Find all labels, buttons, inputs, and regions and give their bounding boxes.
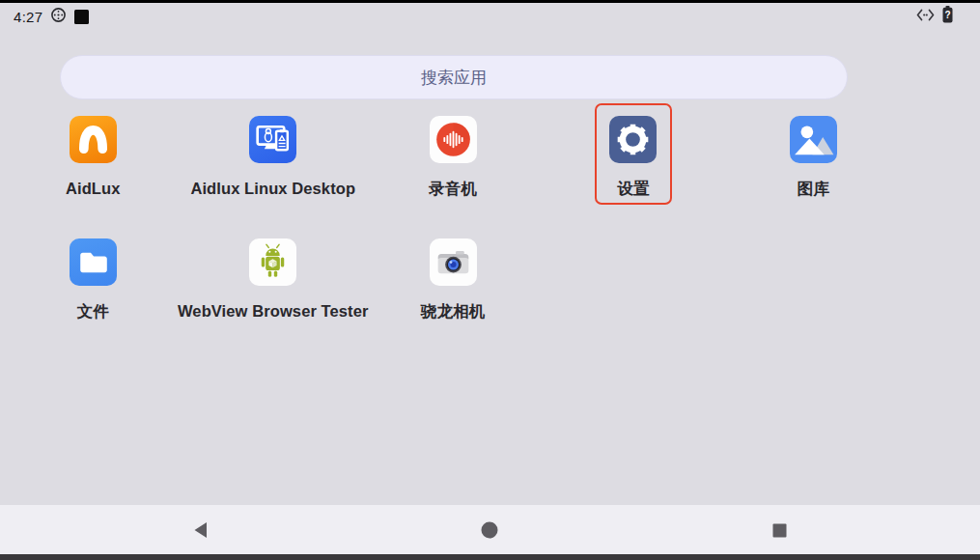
app-settings[interactable]: 设置 [544,116,724,238]
search-input[interactable]: 搜索应用 [60,55,848,99]
aidlux-linux-desktop-icon [249,116,296,163]
app-snapdragon-camera[interactable]: 骁龙相机 [363,238,544,361]
app-label: 录音机 [429,179,477,198]
bottom-black-strip [0,554,980,560]
settings-icon [609,116,657,163]
battery-question-text: ? [944,10,950,20]
recents-button[interactable] [770,521,788,539]
app-label: 文件 [77,301,109,321]
app-aidlux[interactable]: AidLux [3,116,183,238]
app-gallery[interactable]: 图库 [723,116,904,238]
recorder-icon [430,116,477,163]
aidlux-icon [70,116,117,163]
app-aidlux-linux-desktop[interactable]: Aidlux Linux Desktop [183,116,364,238]
black-square-notification-icon [74,10,89,24]
recents-icon [772,523,787,538]
status-bar: 4:27 ? [0,3,980,30]
app-label: 设置 [617,179,649,198]
back-icon [193,521,208,539]
status-bar-left: 4:27 [14,7,89,27]
home-button[interactable] [481,521,498,539]
app-label: 图库 [798,179,829,198]
battery-unknown-icon: ? [942,6,953,27]
clock-icon [50,7,67,27]
back-button[interactable] [191,521,209,539]
app-label: WebView Browser Tester [178,301,369,321]
app-files[interactable]: 文件 [3,238,183,361]
status-time: 4:27 [14,9,42,25]
app-recorder[interactable]: 录音机 [363,116,544,238]
gallery-icon [790,116,837,163]
snapdragon-camera-icon [430,238,477,286]
home-icon [481,521,498,539]
app-grid: AidLux Aidlux Linux Desktop [3,116,904,361]
status-bar-right: ? [916,6,966,27]
search-placeholder: 搜索应用 [421,67,487,89]
ethernet-icon [916,8,935,25]
webview-browser-tester-icon [249,238,296,286]
files-icon [70,238,117,286]
app-label: Aidlux Linux Desktop [190,179,355,198]
app-label: 骁龙相机 [421,301,485,321]
app-webview-browser-tester[interactable]: WebView Browser Tester [183,238,364,361]
app-label: AidLux [66,179,121,198]
